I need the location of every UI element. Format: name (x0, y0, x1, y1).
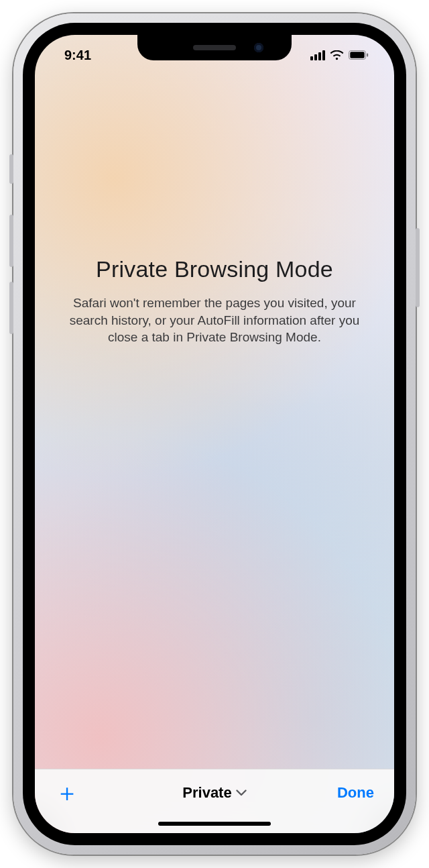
page-title: Private Browsing Mode (35, 256, 394, 282)
tab-group-selector[interactable]: Private (182, 784, 246, 802)
private-mode-explainer: Private Browsing Mode Safari won't remem… (35, 35, 394, 769)
svg-rect-2 (367, 53, 368, 56)
mute-switch (9, 154, 13, 184)
power-button (416, 228, 420, 307)
chevron-down-icon (236, 790, 247, 796)
device-screen: 9:41 Private Browsing Mode Safari (35, 35, 394, 833)
svg-rect-1 (350, 52, 364, 58)
device-bezel: 9:41 Private Browsing Mode Safari (23, 23, 406, 845)
bottom-toolbar: ＋ Private Done (35, 769, 394, 833)
status-bar: 9:41 (35, 44, 394, 66)
volume-down-button (9, 282, 13, 334)
cellular-signal-icon (310, 50, 325, 60)
status-time: 9:41 (56, 48, 91, 63)
done-button[interactable]: Done (337, 784, 374, 802)
home-indicator[interactable] (158, 822, 271, 826)
new-tab-button[interactable]: ＋ (55, 781, 79, 805)
iphone-device-frame: 9:41 Private Browsing Mode Safari (13, 13, 416, 855)
battery-icon (349, 50, 369, 60)
wifi-icon (330, 50, 344, 60)
volume-up-button (9, 215, 13, 267)
tab-group-label: Private (182, 784, 231, 802)
plus-icon: ＋ (55, 779, 79, 806)
page-description: Safari won't remember the pages you visi… (54, 294, 375, 346)
